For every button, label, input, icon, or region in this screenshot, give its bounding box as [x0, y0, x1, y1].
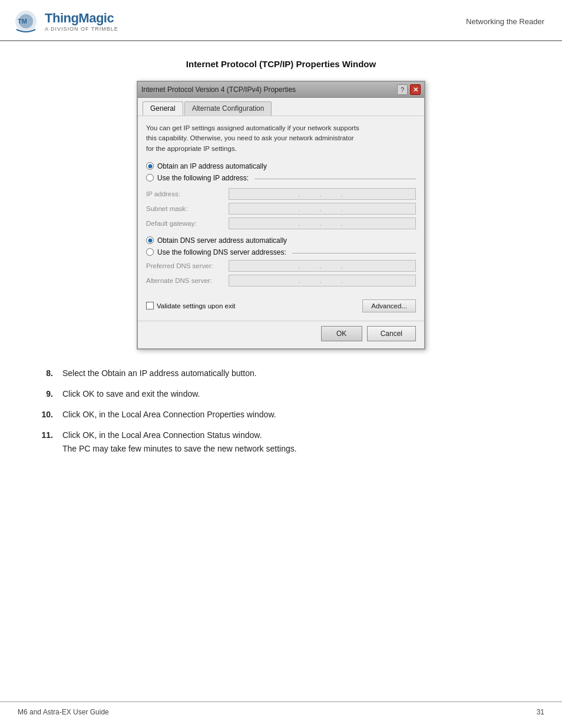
step-8-text: Select the Obtain an IP address automati… — [62, 367, 527, 380]
help-button[interactable]: ? — [397, 84, 408, 95]
page-footer: M6 and Astra-EX User Guide 31 — [0, 701, 562, 716]
alternate-dns-label: Alternate DNS server: — [146, 277, 229, 284]
gateway-input[interactable]: . . . — [229, 218, 416, 229]
preferred-dns-label: Preferred DNS server: — [146, 262, 229, 269]
step-10-text: Click OK, in the Local Area Connection P… — [62, 409, 527, 421]
step-11-number: 11. — [35, 429, 53, 455]
radio-manual-dns-button[interactable] — [146, 248, 154, 256]
radio-auto-dns-button[interactable] — [146, 236, 154, 244]
dns-fields: Preferred DNS server: . . . Alternate DN… — [146, 260, 416, 286]
dialog-tabs: General Alternate Configuration — [138, 98, 424, 116]
thingmagic-logo-icon: TM — [12, 8, 40, 34]
subnet-mask-input[interactable]: . . . — [229, 203, 416, 215]
dialog-title: Internet Protocol Version 4 (TCP/IPv4) P… — [141, 85, 296, 94]
tcp-ip-dialog: Internet Protocol Version 4 (TCP/IPv4) P… — [137, 81, 425, 350]
dialog-section-heading: Internet Protocol (TCP/IP) Properties Wi… — [35, 59, 527, 69]
page-content: Internet Protocol (TCP/IP) Properties Wi… — [0, 41, 562, 481]
ip-fields: IP address: . . . Subnet mask: . . . Def… — [146, 188, 416, 229]
step-9-number: 9. — [35, 388, 53, 400]
footer-guide-name: M6 and Astra-EX User Guide — [18, 708, 109, 716]
alternate-dns-row: Alternate DNS server: . . . — [146, 275, 416, 286]
step-9-text: Click OK to save and exit the window. — [62, 388, 527, 400]
step-8-number: 8. — [35, 367, 53, 380]
radio-auto-ip-button[interactable] — [146, 162, 154, 170]
radio-manual-ip-button[interactable] — [146, 174, 154, 182]
validate-label: Validate settings upon exit — [157, 302, 235, 309]
step-11-text: Click OK, in the Local Area Connection S… — [62, 429, 297, 442]
advanced-button[interactable]: Advanced... — [362, 299, 416, 312]
preferred-dns-row: Preferred DNS server: . . . — [146, 260, 416, 272]
subnet-mask-label: Subnet mask: — [146, 205, 229, 212]
ip-address-row: IP address: . . . — [146, 188, 416, 200]
ok-button[interactable]: OK — [321, 326, 362, 341]
ip-address-label: IP address: — [146, 190, 229, 197]
logo-division: A Division of Trimble — [45, 26, 118, 32]
preferred-dns-input[interactable]: . . . — [229, 260, 416, 272]
dialog-bottom: Validate settings upon exit Advanced... — [146, 295, 416, 312]
dialog-footer: OK Cancel — [138, 321, 424, 348]
svg-text:TM: TM — [18, 18, 27, 25]
dialog-titlebar: Internet Protocol Version 4 (TCP/IPv4) P… — [138, 82, 424, 98]
dialog-body: You can get IP settings assigned automat… — [138, 116, 424, 321]
dialog-controls: ? ✕ — [397, 84, 421, 95]
validate-checkbox-item[interactable]: Validate settings upon exit — [146, 302, 235, 309]
step-11-subtext: The PC may take few minutes to save the … — [62, 443, 297, 455]
steps-list: 8. Select the Obtain an IP address autom… — [35, 367, 527, 455]
gateway-row: Default gateway: . . . — [146, 218, 416, 229]
radio-manual-dns[interactable]: Use the following DNS server addresses: — [146, 248, 416, 256]
logo-text: ThingMagic A Division of Trimble — [45, 11, 118, 32]
close-button[interactable]: ✕ — [410, 84, 421, 95]
step-10: 10. Click OK, in the Local Area Connecti… — [35, 409, 527, 421]
step-8: 8. Select the Obtain an IP address autom… — [35, 367, 527, 380]
tab-general[interactable]: General — [143, 101, 183, 116]
step-10-number: 10. — [35, 409, 53, 421]
section-title: Networking the Reader — [466, 17, 544, 26]
logo-name: ThingMagic — [45, 11, 118, 26]
cancel-button[interactable]: Cancel — [367, 326, 416, 341]
logo-area: TM ThingMagic A Division of Trimble — [12, 8, 118, 34]
gateway-label: Default gateway: — [146, 220, 229, 227]
ip-address-input[interactable]: . . . — [229, 188, 416, 200]
radio-manual-ip[interactable]: Use the following IP address: — [146, 174, 416, 182]
page-header: TM ThingMagic A Division of Trimble Netw… — [0, 0, 562, 41]
step-11-text-block: Click OK, in the Local Area Connection S… — [62, 429, 297, 455]
step-9: 9. Click OK to save and exit the window. — [35, 388, 527, 400]
tab-alternate-config[interactable]: Alternate Configuration — [184, 101, 272, 116]
radio-auto-ip[interactable]: Obtain an IP address automatically — [146, 162, 416, 170]
ip-radio-group: Obtain an IP address automatically Use t… — [146, 162, 416, 182]
alternate-dns-input[interactable]: . . . — [229, 275, 416, 286]
dialog-description: You can get IP settings assigned automat… — [146, 123, 416, 154]
validate-checkbox[interactable] — [146, 302, 154, 309]
dns-section: Obtain DNS server address automatically … — [146, 236, 416, 286]
footer-page-number: 31 — [537, 708, 544, 716]
radio-auto-dns[interactable]: Obtain DNS server address automatically — [146, 236, 416, 245]
subnet-mask-row: Subnet mask: . . . — [146, 203, 416, 215]
step-11: 11. Click OK, in the Local Area Connecti… — [35, 429, 527, 455]
